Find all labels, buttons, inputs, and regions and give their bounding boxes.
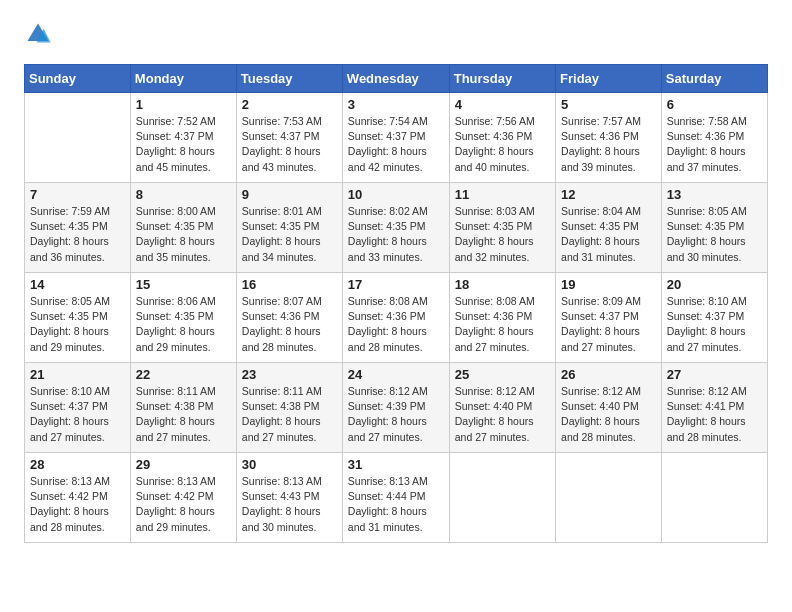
day-info: Sunrise: 8:09 AM Sunset: 4:37 PM Dayligh… — [561, 294, 656, 355]
calendar-cell: 6Sunrise: 7:58 AM Sunset: 4:36 PM Daylig… — [661, 93, 767, 183]
day-number: 31 — [348, 457, 444, 472]
calendar-cell: 9Sunrise: 8:01 AM Sunset: 4:35 PM Daylig… — [236, 183, 342, 273]
calendar-header-row: SundayMondayTuesdayWednesdayThursdayFrid… — [25, 65, 768, 93]
day-number: 17 — [348, 277, 444, 292]
day-number: 11 — [455, 187, 550, 202]
day-number: 10 — [348, 187, 444, 202]
calendar-cell: 5Sunrise: 7:57 AM Sunset: 4:36 PM Daylig… — [556, 93, 662, 183]
day-info: Sunrise: 7:58 AM Sunset: 4:36 PM Dayligh… — [667, 114, 762, 175]
day-number: 21 — [30, 367, 125, 382]
day-info: Sunrise: 8:08 AM Sunset: 4:36 PM Dayligh… — [348, 294, 444, 355]
calendar-cell: 24Sunrise: 8:12 AM Sunset: 4:39 PM Dayli… — [342, 363, 449, 453]
day-of-week-header: Tuesday — [236, 65, 342, 93]
calendar-week-row: 1Sunrise: 7:52 AM Sunset: 4:37 PM Daylig… — [25, 93, 768, 183]
calendar-cell: 7Sunrise: 7:59 AM Sunset: 4:35 PM Daylig… — [25, 183, 131, 273]
day-info: Sunrise: 8:10 AM Sunset: 4:37 PM Dayligh… — [667, 294, 762, 355]
day-number: 8 — [136, 187, 231, 202]
day-info: Sunrise: 8:03 AM Sunset: 4:35 PM Dayligh… — [455, 204, 550, 265]
day-number: 4 — [455, 97, 550, 112]
day-of-week-header: Wednesday — [342, 65, 449, 93]
day-number: 3 — [348, 97, 444, 112]
day-number: 7 — [30, 187, 125, 202]
day-info: Sunrise: 7:59 AM Sunset: 4:35 PM Dayligh… — [30, 204, 125, 265]
day-info: Sunrise: 8:12 AM Sunset: 4:40 PM Dayligh… — [455, 384, 550, 445]
calendar-cell: 21Sunrise: 8:10 AM Sunset: 4:37 PM Dayli… — [25, 363, 131, 453]
day-info: Sunrise: 8:07 AM Sunset: 4:36 PM Dayligh… — [242, 294, 337, 355]
day-info: Sunrise: 8:06 AM Sunset: 4:35 PM Dayligh… — [136, 294, 231, 355]
day-number: 20 — [667, 277, 762, 292]
calendar-cell: 23Sunrise: 8:11 AM Sunset: 4:38 PM Dayli… — [236, 363, 342, 453]
day-info: Sunrise: 8:11 AM Sunset: 4:38 PM Dayligh… — [242, 384, 337, 445]
calendar-cell: 10Sunrise: 8:02 AM Sunset: 4:35 PM Dayli… — [342, 183, 449, 273]
logo-icon — [24, 20, 52, 48]
day-info: Sunrise: 7:57 AM Sunset: 4:36 PM Dayligh… — [561, 114, 656, 175]
calendar-week-row: 14Sunrise: 8:05 AM Sunset: 4:35 PM Dayli… — [25, 273, 768, 363]
day-number: 2 — [242, 97, 337, 112]
calendar-cell: 16Sunrise: 8:07 AM Sunset: 4:36 PM Dayli… — [236, 273, 342, 363]
calendar-cell: 8Sunrise: 8:00 AM Sunset: 4:35 PM Daylig… — [130, 183, 236, 273]
day-info: Sunrise: 8:01 AM Sunset: 4:35 PM Dayligh… — [242, 204, 337, 265]
calendar-cell: 19Sunrise: 8:09 AM Sunset: 4:37 PM Dayli… — [556, 273, 662, 363]
calendar-cell: 15Sunrise: 8:06 AM Sunset: 4:35 PM Dayli… — [130, 273, 236, 363]
calendar-cell: 1Sunrise: 7:52 AM Sunset: 4:37 PM Daylig… — [130, 93, 236, 183]
day-of-week-header: Thursday — [449, 65, 555, 93]
day-number: 27 — [667, 367, 762, 382]
day-info: Sunrise: 8:00 AM Sunset: 4:35 PM Dayligh… — [136, 204, 231, 265]
calendar-cell: 14Sunrise: 8:05 AM Sunset: 4:35 PM Dayli… — [25, 273, 131, 363]
calendar-week-row: 21Sunrise: 8:10 AM Sunset: 4:37 PM Dayli… — [25, 363, 768, 453]
calendar-week-row: 7Sunrise: 7:59 AM Sunset: 4:35 PM Daylig… — [25, 183, 768, 273]
calendar-cell: 13Sunrise: 8:05 AM Sunset: 4:35 PM Dayli… — [661, 183, 767, 273]
calendar-cell: 12Sunrise: 8:04 AM Sunset: 4:35 PM Dayli… — [556, 183, 662, 273]
calendar-cell: 11Sunrise: 8:03 AM Sunset: 4:35 PM Dayli… — [449, 183, 555, 273]
logo — [24, 20, 56, 48]
day-number: 24 — [348, 367, 444, 382]
calendar-cell: 2Sunrise: 7:53 AM Sunset: 4:37 PM Daylig… — [236, 93, 342, 183]
day-info: Sunrise: 8:13 AM Sunset: 4:42 PM Dayligh… — [30, 474, 125, 535]
day-number: 26 — [561, 367, 656, 382]
day-number: 1 — [136, 97, 231, 112]
calendar-week-row: 28Sunrise: 8:13 AM Sunset: 4:42 PM Dayli… — [25, 453, 768, 543]
day-number: 6 — [667, 97, 762, 112]
day-info: Sunrise: 8:04 AM Sunset: 4:35 PM Dayligh… — [561, 204, 656, 265]
day-number: 5 — [561, 97, 656, 112]
calendar-cell: 25Sunrise: 8:12 AM Sunset: 4:40 PM Dayli… — [449, 363, 555, 453]
calendar-cell: 17Sunrise: 8:08 AM Sunset: 4:36 PM Dayli… — [342, 273, 449, 363]
day-number: 16 — [242, 277, 337, 292]
day-info: Sunrise: 7:54 AM Sunset: 4:37 PM Dayligh… — [348, 114, 444, 175]
calendar-cell — [449, 453, 555, 543]
day-number: 15 — [136, 277, 231, 292]
day-of-week-header: Monday — [130, 65, 236, 93]
calendar-cell: 18Sunrise: 8:08 AM Sunset: 4:36 PM Dayli… — [449, 273, 555, 363]
day-info: Sunrise: 8:12 AM Sunset: 4:41 PM Dayligh… — [667, 384, 762, 445]
day-number: 13 — [667, 187, 762, 202]
calendar-cell: 26Sunrise: 8:12 AM Sunset: 4:40 PM Dayli… — [556, 363, 662, 453]
day-number: 18 — [455, 277, 550, 292]
calendar-cell: 4Sunrise: 7:56 AM Sunset: 4:36 PM Daylig… — [449, 93, 555, 183]
calendar-cell: 29Sunrise: 8:13 AM Sunset: 4:42 PM Dayli… — [130, 453, 236, 543]
calendar-cell: 20Sunrise: 8:10 AM Sunset: 4:37 PM Dayli… — [661, 273, 767, 363]
day-info: Sunrise: 8:13 AM Sunset: 4:44 PM Dayligh… — [348, 474, 444, 535]
day-of-week-header: Sunday — [25, 65, 131, 93]
day-number: 12 — [561, 187, 656, 202]
day-of-week-header: Friday — [556, 65, 662, 93]
day-number: 9 — [242, 187, 337, 202]
day-info: Sunrise: 8:05 AM Sunset: 4:35 PM Dayligh… — [667, 204, 762, 265]
page-header — [24, 20, 768, 48]
day-info: Sunrise: 8:02 AM Sunset: 4:35 PM Dayligh… — [348, 204, 444, 265]
day-number: 22 — [136, 367, 231, 382]
day-info: Sunrise: 8:05 AM Sunset: 4:35 PM Dayligh… — [30, 294, 125, 355]
day-info: Sunrise: 7:52 AM Sunset: 4:37 PM Dayligh… — [136, 114, 231, 175]
day-number: 29 — [136, 457, 231, 472]
day-of-week-header: Saturday — [661, 65, 767, 93]
calendar-cell: 28Sunrise: 8:13 AM Sunset: 4:42 PM Dayli… — [25, 453, 131, 543]
day-number: 23 — [242, 367, 337, 382]
day-number: 28 — [30, 457, 125, 472]
day-info: Sunrise: 8:08 AM Sunset: 4:36 PM Dayligh… — [455, 294, 550, 355]
calendar-cell: 31Sunrise: 8:13 AM Sunset: 4:44 PM Dayli… — [342, 453, 449, 543]
day-number: 19 — [561, 277, 656, 292]
day-number: 30 — [242, 457, 337, 472]
calendar-cell: 30Sunrise: 8:13 AM Sunset: 4:43 PM Dayli… — [236, 453, 342, 543]
day-number: 25 — [455, 367, 550, 382]
day-info: Sunrise: 7:56 AM Sunset: 4:36 PM Dayligh… — [455, 114, 550, 175]
calendar-cell: 3Sunrise: 7:54 AM Sunset: 4:37 PM Daylig… — [342, 93, 449, 183]
